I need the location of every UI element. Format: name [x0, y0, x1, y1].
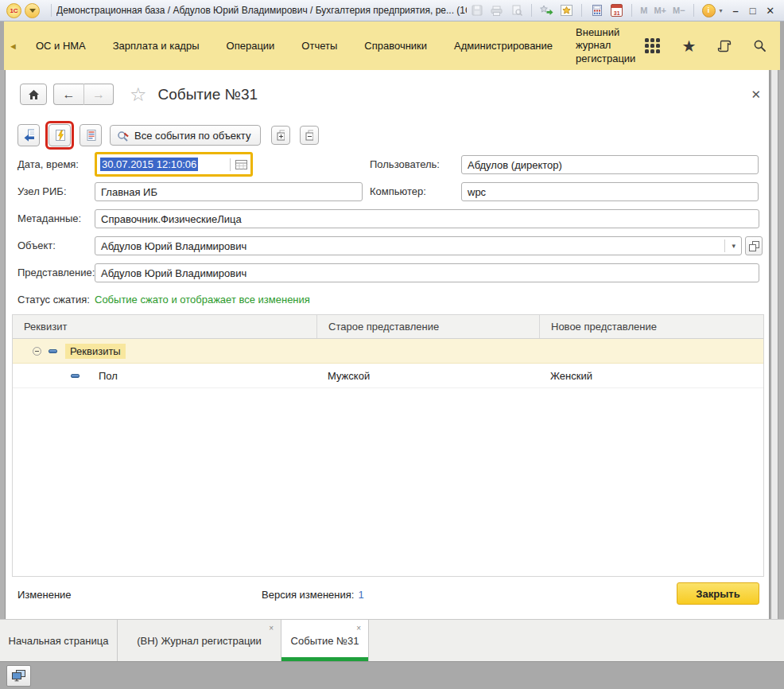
- calendar-top-band: [611, 5, 622, 8]
- window-border-right: [769, 70, 784, 619]
- object-field[interactable]: Абдулов Юрий Владимирович ▾: [95, 236, 742, 255]
- divider: [631, 4, 632, 17]
- forward-button[interactable]: →: [83, 84, 114, 105]
- info-icon[interactable]: i: [701, 3, 717, 18]
- memory-subtract-button[interactable]: M−: [673, 6, 685, 15]
- expand-all-button[interactable]: [271, 126, 290, 145]
- minimize-button[interactable]: –: [728, 5, 743, 17]
- back-button[interactable]: ←: [53, 84, 83, 105]
- memory-add-button[interactable]: M+: [654, 6, 666, 15]
- presentation-field[interactable]: Абдулов Юрий Владимирович: [95, 263, 759, 282]
- document-lines-icon: [85, 129, 96, 142]
- menu-item-spravochniki[interactable]: Справочники: [351, 35, 441, 56]
- document-lightning-icon: [54, 129, 65, 142]
- column-header-new-value[interactable]: Новое представление: [539, 315, 763, 338]
- add-favorite-icon[interactable]: [558, 3, 575, 18]
- print-icon[interactable]: [488, 3, 505, 18]
- version-link[interactable]: 1: [358, 589, 363, 601]
- version-info: Версия изменения: 1: [262, 589, 364, 601]
- close-form-button[interactable]: Закрыть: [677, 582, 759, 605]
- system-menu-button[interactable]: [25, 3, 40, 18]
- metadata-field[interactable]: Справочник.ФизическиеЛица: [95, 209, 759, 228]
- table-group-row[interactable]: Реквизиты: [13, 339, 763, 364]
- date-value: 30.07.2015 12:10:06: [100, 158, 198, 171]
- column-header-old-value[interactable]: Старое представление: [316, 315, 539, 338]
- page-title: Событие №31: [158, 86, 258, 103]
- event-form: ← → ☆ Событие №31 ✕ Все события по объек: [6, 70, 769, 619]
- navigation-row: ← → ☆ Событие №31: [20, 84, 258, 105]
- search-icon[interactable]: [753, 39, 767, 53]
- collapse-icon[interactable]: [33, 347, 41, 356]
- metadata-label: Метаданные:: [17, 212, 81, 224]
- maximize-button[interactable]: □: [745, 5, 760, 17]
- presentation-value: Абдулов Юрий Владимирович: [101, 267, 246, 279]
- tab-home-page[interactable]: Начальная страница: [0, 620, 118, 661]
- window-border-left: [0, 70, 6, 619]
- calculator-icon[interactable]: [588, 3, 605, 18]
- menu-item-administrirovanie[interactable]: Администрирование: [441, 35, 566, 56]
- date-picker-icon[interactable]: [235, 160, 247, 169]
- user-field[interactable]: Абдулов (директор): [461, 155, 759, 174]
- tab-close-icon[interactable]: ×: [269, 624, 274, 633]
- go-to-journal-button[interactable]: [17, 124, 40, 146]
- attribute-marker-icon: [49, 349, 57, 353]
- menu-item-operatsii[interactable]: Операции: [213, 35, 289, 56]
- all-functions-grid-icon[interactable]: [645, 38, 660, 53]
- calendar-icon[interactable]: 31: [608, 3, 625, 18]
- chevron-down-icon[interactable]: ▾: [724, 239, 735, 252]
- favorites-star-icon[interactable]: ★: [681, 38, 696, 54]
- menu-item-zarplata-kadry[interactable]: Зарплата и кадры: [99, 35, 213, 56]
- compression-status-value: Событие сжато и отображает все изменения: [95, 294, 310, 306]
- chevron-down-icon[interactable]: ▾: [720, 7, 723, 14]
- node-value: Главная ИБ: [101, 186, 157, 198]
- table-row[interactable]: Пол Мужской Женский: [13, 364, 763, 388]
- new-value: Женский: [550, 370, 592, 382]
- divider: [230, 158, 231, 171]
- document-arrow-icon: [23, 129, 34, 142]
- favorites-navigate-icon[interactable]: [538, 3, 555, 18]
- all-events-filter-button[interactable]: Все события по объекту: [110, 125, 261, 146]
- date-field[interactable]: 30.07.2015 12:10:06: [95, 152, 253, 177]
- menu-item-os-nma[interactable]: ОС и НМА: [22, 35, 99, 56]
- user-value: Абдулов (директор): [468, 159, 562, 171]
- form-toolbar: Все события по объекту: [17, 121, 328, 150]
- filter-button-label: Все события по объекту: [134, 130, 250, 142]
- open-object-button[interactable]: [745, 236, 763, 255]
- titlebar: 1С Демонстрационная база / Абдулов Юрий …: [0, 0, 784, 21]
- open-windows-tabbar: Начальная страница (ВН) Журнал регистрац…: [0, 619, 784, 661]
- object-label: Объект:: [17, 239, 56, 251]
- history-icon[interactable]: [717, 40, 732, 53]
- menu-scroll-left-icon[interactable]: ◄: [9, 41, 17, 51]
- close-button[interactable]: ✕: [763, 5, 778, 17]
- home-button[interactable]: [20, 84, 47, 105]
- tab-event-31[interactable]: Событие №31 ×: [281, 620, 369, 661]
- menu-item-vneshnij-zhurnal[interactable]: Внешний журнал регистрации: [566, 21, 645, 70]
- divider: [51, 4, 52, 17]
- print-preview-icon[interactable]: [508, 3, 525, 18]
- tab-registration-journal[interactable]: (ВН) Журнал регистрации ×: [118, 620, 281, 661]
- save-icon[interactable]: [468, 3, 485, 18]
- computer-field[interactable]: wpc: [461, 182, 759, 201]
- search-edit-icon: [117, 130, 130, 142]
- object-value: Абдулов Юрий Владимирович: [101, 240, 246, 252]
- plus-box-icon: [277, 130, 285, 141]
- computer-label: Компьютер:: [370, 185, 426, 197]
- home-icon: [28, 89, 40, 100]
- menu-item-otchety[interactable]: Отчеты: [288, 35, 351, 56]
- column-header-attribute[interactable]: Реквизит: [13, 315, 316, 338]
- attribute-name: Пол: [99, 370, 118, 382]
- tab-close-icon[interactable]: ×: [356, 624, 361, 633]
- favorite-star-icon[interactable]: ☆: [130, 85, 147, 104]
- minus-box-icon: [305, 130, 313, 141]
- divider: [693, 4, 694, 17]
- main-menu-bar: ◄ ОС и НМА Зарплата и кадры Операции Отч…: [0, 21, 784, 70]
- calendar-day: 31: [614, 10, 620, 16]
- memory-recall-button[interactable]: M: [640, 6, 647, 15]
- monitors-icon: [12, 670, 25, 682]
- form-close-icon[interactable]: ✕: [751, 88, 761, 102]
- node-field[interactable]: Главная ИБ: [95, 182, 363, 201]
- collapse-all-button[interactable]: [300, 126, 319, 145]
- event-details-button[interactable]: [80, 124, 102, 146]
- taskbar-app-button[interactable]: [6, 665, 31, 687]
- open-event-button[interactable]: [49, 124, 71, 146]
